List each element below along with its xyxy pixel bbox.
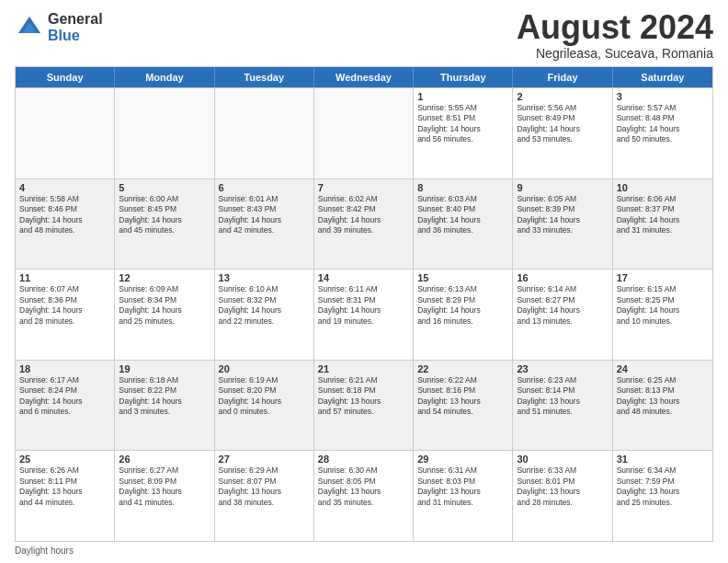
cell-text: Sunrise: 6:03 AMSunset: 8:40 PMDaylight:…: [417, 194, 508, 236]
cal-cell-20: 20Sunrise: 6:19 AMSunset: 8:20 PMDayligh…: [215, 361, 314, 451]
day-number: 24: [617, 363, 709, 374]
day-number: 18: [19, 363, 110, 374]
day-number: 4: [19, 182, 110, 193]
day-number: 21: [318, 363, 409, 374]
cal-cell-31: 31Sunrise: 6:34 AMSunset: 7:59 PMDayligh…: [613, 451, 712, 541]
cell-text: Sunrise: 6:13 AMSunset: 8:29 PMDaylight:…: [417, 284, 508, 327]
title-block: August 2024 Negrileasa, Suceava, Romania: [517, 11, 713, 61]
cal-cell-16: 16Sunrise: 6:14 AMSunset: 8:27 PMDayligh…: [513, 270, 612, 360]
cal-cell-23: 23Sunrise: 6:23 AMSunset: 8:14 PMDayligh…: [513, 361, 612, 451]
cell-text: Sunrise: 6:30 AMSunset: 8:05 PMDaylight:…: [318, 465, 409, 508]
calendar-header: SundayMondayTuesdayWednesdayThursdayFrid…: [16, 67, 712, 87]
day-number: 14: [318, 272, 409, 283]
cell-text: Sunrise: 6:21 AMSunset: 8:18 PMDaylight:…: [318, 375, 409, 418]
day-number: 19: [119, 363, 210, 374]
week-row-0: 1Sunrise: 5:55 AMSunset: 8:51 PMDaylight…: [16, 87, 712, 178]
cell-text: Sunrise: 5:57 AMSunset: 8:48 PMDaylight:…: [617, 103, 709, 145]
cell-text: Sunrise: 5:56 AMSunset: 8:49 PMDaylight:…: [517, 103, 608, 145]
cell-text: Sunrise: 6:01 AMSunset: 8:43 PMDaylight:…: [219, 194, 310, 236]
cal-cell-30: 30Sunrise: 6:33 AMSunset: 8:01 PMDayligh…: [513, 451, 612, 541]
day-number: 27: [219, 454, 310, 465]
day-number: 26: [119, 454, 210, 465]
cal-cell-empty: [115, 88, 214, 178]
day-number: 23: [517, 363, 608, 374]
footer-note: Daylight hours: [15, 546, 713, 556]
header: General Blue August 2024 Negrileasa, Suc…: [15, 11, 713, 61]
day-number: 22: [417, 363, 508, 374]
cell-text: Sunrise: 6:06 AMSunset: 8:37 PMDaylight:…: [617, 194, 709, 236]
day-number: 9: [517, 182, 608, 193]
header-day-thursday: Thursday: [414, 67, 513, 87]
week-row-2: 11Sunrise: 6:07 AMSunset: 8:36 PMDayligh…: [16, 269, 712, 360]
header-day-saturday: Saturday: [613, 67, 712, 87]
week-row-4: 25Sunrise: 6:26 AMSunset: 8:11 PMDayligh…: [16, 450, 712, 541]
cell-text: Sunrise: 6:09 AMSunset: 8:34 PMDaylight:…: [119, 284, 210, 327]
cal-cell-25: 25Sunrise: 6:26 AMSunset: 8:11 PMDayligh…: [16, 451, 115, 541]
page: General Blue August 2024 Negrileasa, Suc…: [0, 0, 728, 563]
day-number: 3: [617, 91, 709, 102]
cal-cell-26: 26Sunrise: 6:27 AMSunset: 8:09 PMDayligh…: [115, 451, 214, 541]
cal-cell-9: 9Sunrise: 6:05 AMSunset: 8:39 PMDaylight…: [513, 179, 612, 270]
header-day-tuesday: Tuesday: [215, 67, 314, 87]
cal-cell-19: 19Sunrise: 6:18 AMSunset: 8:22 PMDayligh…: [115, 361, 214, 451]
day-number: 15: [417, 272, 508, 283]
cell-text: Sunrise: 6:23 AMSunset: 8:14 PMDaylight:…: [517, 375, 608, 418]
cell-text: Sunrise: 6:29 AMSunset: 8:07 PMDaylight:…: [219, 465, 310, 508]
day-number: 5: [119, 182, 210, 193]
header-day-wednesday: Wednesday: [314, 67, 414, 87]
logo-general: General: [48, 11, 103, 27]
cell-text: Sunrise: 6:11 AMSunset: 8:31 PMDaylight:…: [318, 284, 409, 327]
cell-text: Sunrise: 6:02 AMSunset: 8:42 PMDaylight:…: [318, 194, 409, 236]
cell-text: Sunrise: 5:58 AMSunset: 8:46 PMDaylight:…: [19, 194, 110, 236]
cell-text: Sunrise: 6:10 AMSunset: 8:32 PMDaylight:…: [219, 284, 310, 327]
cal-cell-18: 18Sunrise: 6:17 AMSunset: 8:24 PMDayligh…: [16, 361, 115, 451]
logo-text: General Blue: [48, 11, 103, 43]
day-number: 29: [417, 454, 508, 465]
day-number: 20: [219, 363, 310, 374]
cal-cell-17: 17Sunrise: 6:15 AMSunset: 8:25 PMDayligh…: [613, 270, 712, 360]
cal-cell-4: 4Sunrise: 5:58 AMSunset: 8:46 PMDaylight…: [16, 179, 115, 270]
day-number: 11: [19, 272, 110, 283]
cal-cell-6: 6Sunrise: 6:01 AMSunset: 8:43 PMDaylight…: [215, 179, 314, 270]
logo-icon: [15, 13, 44, 42]
cell-text: Sunrise: 6:33 AMSunset: 8:01 PMDaylight:…: [517, 465, 608, 508]
cell-text: Sunrise: 6:22 AMSunset: 8:16 PMDaylight:…: [417, 375, 508, 418]
cal-cell-empty: [215, 88, 314, 178]
day-number: 28: [318, 454, 409, 465]
cal-cell-15: 15Sunrise: 6:13 AMSunset: 8:29 PMDayligh…: [414, 270, 513, 360]
cal-cell-14: 14Sunrise: 6:11 AMSunset: 8:31 PMDayligh…: [314, 270, 414, 360]
cal-cell-2: 2Sunrise: 5:56 AMSunset: 8:49 PMDaylight…: [513, 88, 612, 178]
header-day-sunday: Sunday: [16, 67, 115, 87]
day-number: 17: [617, 272, 709, 283]
cal-cell-empty: [16, 88, 115, 178]
week-row-1: 4Sunrise: 5:58 AMSunset: 8:46 PMDaylight…: [16, 178, 712, 270]
cal-cell-29: 29Sunrise: 6:31 AMSunset: 8:03 PMDayligh…: [414, 451, 513, 541]
day-number: 16: [517, 272, 608, 283]
day-number: 1: [417, 91, 508, 102]
cal-cell-28: 28Sunrise: 6:30 AMSunset: 8:05 PMDayligh…: [314, 451, 414, 541]
cal-cell-11: 11Sunrise: 6:07 AMSunset: 8:36 PMDayligh…: [16, 270, 115, 360]
month-title: August 2024: [517, 11, 713, 44]
cal-cell-22: 22Sunrise: 6:22 AMSunset: 8:16 PMDayligh…: [414, 361, 513, 451]
cell-text: Sunrise: 6:34 AMSunset: 7:59 PMDaylight:…: [617, 465, 709, 508]
cell-text: Sunrise: 6:26 AMSunset: 8:11 PMDaylight:…: [19, 465, 110, 508]
cell-text: Sunrise: 6:18 AMSunset: 8:22 PMDaylight:…: [119, 375, 210, 418]
day-number: 10: [617, 182, 709, 193]
week-row-3: 18Sunrise: 6:17 AMSunset: 8:24 PMDayligh…: [16, 360, 712, 451]
cell-text: Sunrise: 6:31 AMSunset: 8:03 PMDaylight:…: [417, 465, 508, 508]
calendar: SundayMondayTuesdayWednesdayThursdayFrid…: [15, 66, 713, 542]
cal-cell-12: 12Sunrise: 6:09 AMSunset: 8:34 PMDayligh…: [115, 270, 214, 360]
day-number: 25: [19, 454, 110, 465]
day-number: 7: [318, 182, 409, 193]
day-number: 13: [219, 272, 310, 283]
day-number: 30: [517, 454, 608, 465]
cal-cell-27: 27Sunrise: 6:29 AMSunset: 8:07 PMDayligh…: [215, 451, 314, 541]
cell-text: Sunrise: 6:19 AMSunset: 8:20 PMDaylight:…: [219, 375, 310, 418]
cal-cell-21: 21Sunrise: 6:21 AMSunset: 8:18 PMDayligh…: [314, 361, 414, 451]
cal-cell-1: 1Sunrise: 5:55 AMSunset: 8:51 PMDaylight…: [414, 88, 513, 178]
cell-text: Sunrise: 5:55 AMSunset: 8:51 PMDaylight:…: [417, 103, 508, 145]
cal-cell-5: 5Sunrise: 6:00 AMSunset: 8:45 PMDaylight…: [115, 179, 214, 270]
cal-cell-8: 8Sunrise: 6:03 AMSunset: 8:40 PMDaylight…: [414, 179, 513, 270]
cal-cell-7: 7Sunrise: 6:02 AMSunset: 8:42 PMDaylight…: [314, 179, 414, 270]
cell-text: Sunrise: 6:07 AMSunset: 8:36 PMDaylight:…: [19, 284, 110, 327]
